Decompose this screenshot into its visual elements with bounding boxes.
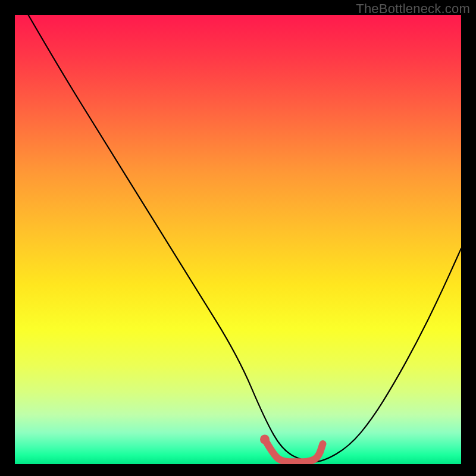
chart-svg xyxy=(15,15,461,464)
highlight-dot xyxy=(260,435,270,444)
chart-frame: TheBottleneck.com xyxy=(0,0,476,476)
plot-area xyxy=(15,15,461,464)
optimal-zone-highlight-path xyxy=(265,440,323,462)
bottleneck-curve-path xyxy=(29,15,462,462)
watermark-text: TheBottleneck.com xyxy=(356,1,470,17)
